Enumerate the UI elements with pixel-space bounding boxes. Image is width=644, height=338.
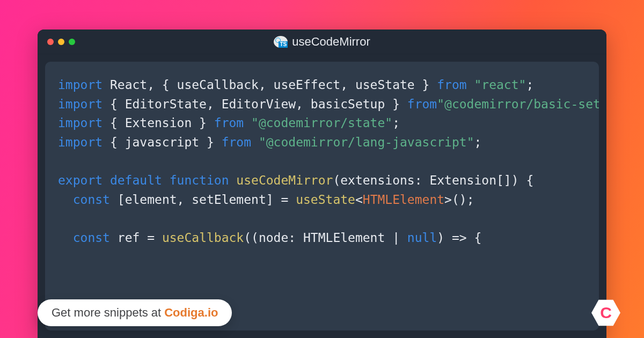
code-line: import { javascript } from "@codemirror/…: [58, 133, 586, 152]
code-line: [58, 209, 586, 229]
promo-text: Get more snippets at: [52, 306, 161, 320]
maximize-icon[interactable]: [69, 39, 75, 45]
codiga-logo: C: [591, 298, 620, 327]
code-line: const ref = useCallback((node: HTMLEleme…: [58, 229, 586, 248]
code-line: import React, { useCallback, useEffect, …: [58, 76, 586, 95]
promo-brand: Codiga.io: [164, 306, 218, 320]
promo-pill[interactable]: Get more snippets at Codiga.io: [38, 299, 232, 326]
traffic-lights: [47, 39, 75, 45]
titlebar: TS useCodeMirror: [38, 30, 606, 54]
logo-letter: C: [600, 304, 612, 322]
react-tsx-file-icon: TS: [274, 36, 288, 48]
code-line: import { Extension } from "@codemirror/s…: [58, 114, 586, 133]
title-center: TS useCodeMirror: [274, 35, 370, 49]
code-line: export default function useCodeMirror(ex…: [58, 171, 586, 190]
code-line: import { EditorState, EditorView, basicS…: [58, 95, 586, 114]
close-icon[interactable]: [47, 39, 54, 45]
code-editor: import React, { useCallback, useEffect, …: [45, 62, 599, 330]
code-line: [58, 152, 586, 172]
minimize-icon[interactable]: [58, 39, 64, 45]
hexagon-icon: C: [591, 298, 620, 327]
code-window: TS useCodeMirror import React, { useCall…: [38, 30, 606, 338]
code-line: const [element, setElement] = useState<H…: [58, 190, 586, 210]
window-title: useCodeMirror: [292, 35, 370, 49]
